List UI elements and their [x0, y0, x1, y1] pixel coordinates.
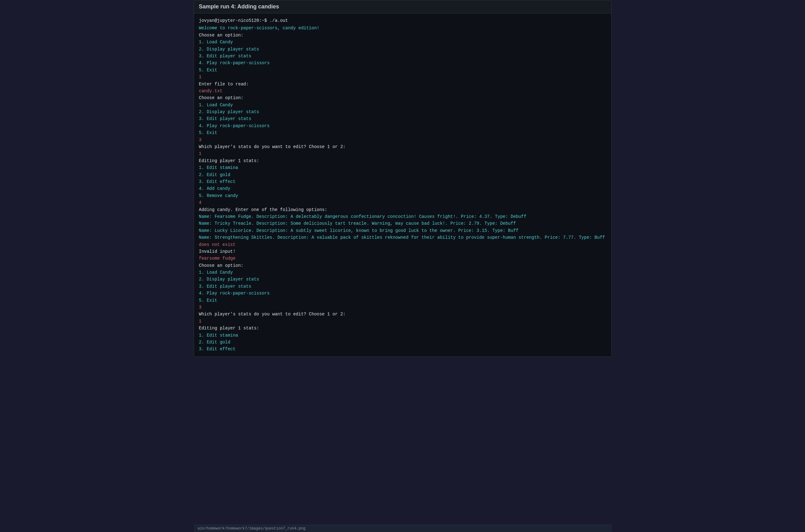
- window: Sample run 4: Adding candies jovyan@jupy…: [194, 0, 611, 357]
- terminal-line: Choose an option:: [199, 32, 606, 39]
- terminal-line: Choose an option:: [199, 94, 606, 101]
- terminal-line: does not exist: [199, 241, 606, 248]
- terminal-line: 3. Edit player stats: [199, 115, 606, 122]
- terminal-line: Welcome to rock-paper-scissors, candy ed…: [199, 25, 606, 32]
- terminal-line: 1. Edit stamina: [199, 332, 606, 339]
- window-title: Sample run 4: Adding candies: [199, 3, 606, 10]
- terminal: jovyan@jupyter-nico5120:~$ ./a.out Welco…: [194, 13, 611, 357]
- terminal-line: 3: [199, 136, 606, 144]
- terminal-line: 3. Edit effect: [199, 178, 606, 185]
- terminal-line: 1: [199, 150, 606, 157]
- terminal-line: 2. Edit gold: [199, 339, 606, 346]
- terminal-line: Editing player 1 stats:: [199, 325, 606, 331]
- terminal-line: 5. Exit: [199, 129, 606, 136]
- terminal-line: 4. Play rock-paper-scissors: [199, 59, 606, 66]
- terminal-line: 1. Load Candy: [199, 269, 606, 276]
- terminal-line: 4. Play rock-paper-scissors: [199, 290, 606, 297]
- terminal-line: 3. Edit player stats: [199, 53, 606, 59]
- title-bar: Sample run 4: Adding candies: [194, 0, 611, 13]
- terminal-line: 1. Edit stamina: [199, 164, 606, 171]
- terminal-line: 3. Edit player stats: [199, 283, 606, 290]
- terminal-line: 4: [199, 199, 606, 206]
- terminal-line: 2. Edit gold: [199, 171, 606, 178]
- terminal-line: Choose an option:: [199, 262, 606, 269]
- terminal-line: Which player's stats do you want to edit…: [199, 311, 606, 318]
- terminal-line: Name: Strengthening Skittles. Descriptio…: [199, 234, 606, 241]
- terminal-line: 1: [199, 74, 606, 80]
- terminal-line: Name: Lucky Licorice. Description: A sub…: [199, 227, 606, 234]
- terminal-line: Which player's stats do you want to edit…: [199, 144, 606, 150]
- terminal-line: 5. Exit: [199, 297, 606, 304]
- terminal-line: 4. Add candy: [199, 185, 606, 192]
- terminal-line: Invalid input!: [199, 248, 606, 255]
- terminal-line: 2. Display player stats: [199, 46, 606, 53]
- terminal-line: fearsome fudge: [199, 255, 606, 262]
- terminal-line: Name: Tricky Treacle. Description: Some …: [199, 220, 606, 227]
- terminal-line: 1. Load Candy: [199, 101, 606, 109]
- terminal-line: 3. Edit effect: [199, 346, 606, 353]
- terminal-line: 4. Play rock-paper-scissors: [199, 122, 606, 129]
- terminal-line: Name: Fearsome Fudge. Description: A del…: [199, 213, 606, 220]
- prompt-line: jovyan@jupyter-nico5120:~$ ./a.out: [199, 17, 606, 24]
- terminal-line: 3: [199, 304, 606, 311]
- terminal-line: 5. Exit: [199, 67, 606, 74]
- terminal-line: Enter file to read:: [199, 81, 606, 88]
- terminal-line: candy.txt: [199, 88, 606, 94]
- terminal-line: 2. Display player stats: [199, 109, 606, 115]
- terminal-line: Adding candy. Enter one of the following…: [199, 206, 606, 213]
- terminal-line: Editing player 1 stats:: [199, 157, 606, 164]
- terminal-line: 2. Display player stats: [199, 276, 606, 283]
- terminal-line: 1: [199, 318, 606, 325]
- terminal-line: 1. Load Candy: [199, 39, 606, 45]
- terminal-line: 5. Remove candy: [199, 192, 606, 199]
